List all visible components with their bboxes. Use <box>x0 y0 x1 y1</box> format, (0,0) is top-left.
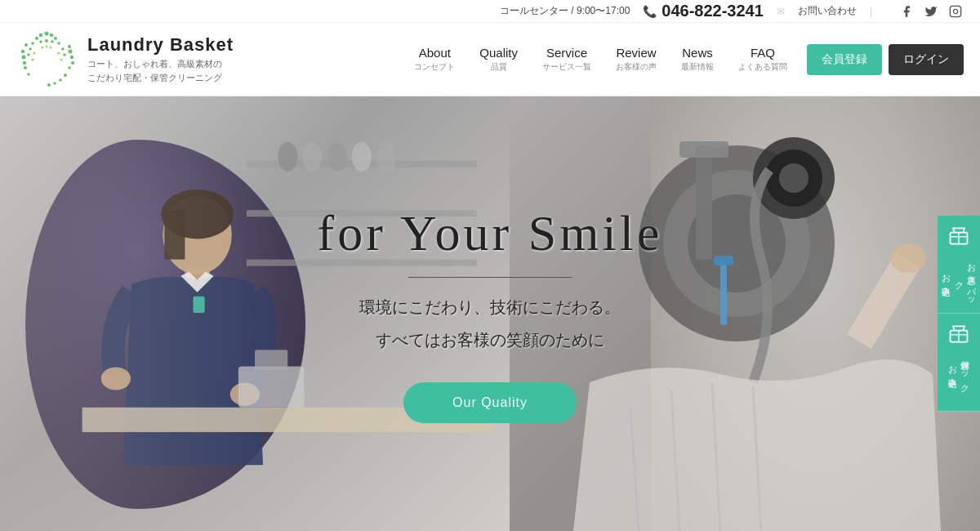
svg-point-12 <box>68 45 71 48</box>
urgent-pack-label: お急ぎパックお申込み <box>940 256 978 305</box>
storage-pack-label: 保管パックお申込み <box>947 354 972 389</box>
svg-point-11 <box>70 56 74 59</box>
svg-point-26 <box>51 40 54 43</box>
register-button[interactable]: 会員登録 <box>807 44 882 75</box>
svg-point-35 <box>58 52 60 55</box>
svg-point-17 <box>53 82 56 85</box>
svg-point-3 <box>45 32 49 36</box>
svg-point-28 <box>61 47 65 51</box>
storage-pack-button[interactable]: 保管パックお申込み <box>938 314 980 412</box>
hero-divider <box>408 277 572 278</box>
nav-review[interactable]: Review お客様の声 <box>604 39 668 79</box>
hero-subtitle-line1: 環境にこだわり、技術にこだわる。 <box>359 292 621 322</box>
hero-content: for Your Smile 環境にこだわり、技術にこだわる。 すべてはお客様の… <box>0 96 980 531</box>
svg-point-8 <box>57 42 60 45</box>
svg-point-33 <box>50 47 52 49</box>
svg-point-15 <box>64 74 67 77</box>
svg-point-13 <box>71 61 74 65</box>
top-bar: コールセンター / 9:00〜17:00 📞 046-822-3241 ✉ お問… <box>0 0 980 23</box>
svg-point-14 <box>68 66 71 69</box>
logo-text: Laundry Basket コート、おしゃれ着、高級素材の こだわり宅配・保管… <box>87 34 234 84</box>
svg-point-23 <box>24 66 27 69</box>
nav-faq[interactable]: FAQ よくある質問 <box>727 39 799 79</box>
svg-point-24 <box>27 73 30 76</box>
svg-point-25 <box>45 39 48 42</box>
svg-point-10 <box>69 50 73 54</box>
instagram-icon[interactable] <box>947 3 964 20</box>
svg-point-9 <box>31 42 34 45</box>
hero-title: for Your Smile <box>318 204 663 262</box>
svg-point-30 <box>29 47 32 51</box>
brand-name: Laundry Basket <box>87 34 234 56</box>
svg-point-2 <box>18 30 75 87</box>
nav-news[interactable]: News 最新情報 <box>670 39 725 79</box>
side-buttons: お急ぎパックお申込み 保管パックお申込み <box>938 216 980 412</box>
svg-point-16 <box>59 78 62 82</box>
svg-point-37 <box>60 59 63 61</box>
svg-point-4 <box>50 33 53 37</box>
divider-1: ✉ <box>777 6 785 17</box>
divider-2: | <box>870 6 872 17</box>
social-icons <box>898 3 964 20</box>
svg-point-38 <box>32 59 34 61</box>
svg-point-21 <box>23 61 26 65</box>
our-quality-button[interactable]: Our Quality <box>403 382 577 423</box>
basket-icon-1 <box>947 224 970 252</box>
svg-point-5 <box>39 33 42 37</box>
main-nav: About コンセプト Quality 品質 Service サービス一覧 Re… <box>403 39 964 79</box>
svg-point-22 <box>24 43 28 47</box>
hero-section: for Your Smile 環境にこだわり、技術にこだわる。 すべてはお客様の… <box>0 96 980 531</box>
svg-point-34 <box>42 47 44 49</box>
call-center-label: コールセンター / 9:00〜17:00 <box>500 4 630 18</box>
urgent-pack-button[interactable]: お急ぎパックお申込み <box>938 216 980 314</box>
hero-subtitle-line2: すべてはお客様の笑顔のために <box>376 325 604 355</box>
svg-point-19 <box>22 56 26 60</box>
brand-tagline: コート、おしゃれ着、高級素材の こだわり宅配・保管クリーニング <box>87 57 234 84</box>
svg-point-31 <box>27 53 30 56</box>
facebook-icon[interactable] <box>898 3 915 20</box>
svg-point-29 <box>63 53 66 56</box>
hero-cta[interactable]: Our Quality <box>403 382 577 423</box>
twitter-icon[interactable] <box>923 3 939 20</box>
nav-about[interactable]: About コンセプト <box>403 39 466 79</box>
basket-icon-2 <box>947 322 970 350</box>
nav-service[interactable]: Service サービス一覧 <box>531 39 603 79</box>
svg-point-27 <box>39 40 42 43</box>
contact-link[interactable]: お問い合わせ <box>798 4 857 18</box>
logo-icon <box>16 29 78 90</box>
logo-area: Laundry Basket コート、おしゃれ着、高級素材の こだわり宅配・保管… <box>16 29 234 90</box>
phone-number[interactable]: 📞 046-822-3241 <box>643 2 764 20</box>
svg-point-20 <box>21 50 24 53</box>
nav-quality[interactable]: Quality 品質 <box>468 39 529 79</box>
svg-point-7 <box>35 37 38 40</box>
header: Laundry Basket コート、おしゃれ着、高級素材の こだわり宅配・保管… <box>0 23 980 96</box>
login-button[interactable]: ログイン <box>889 44 964 75</box>
svg-point-32 <box>46 46 48 48</box>
svg-point-6 <box>54 37 57 40</box>
svg-point-36 <box>33 52 36 55</box>
contact-info: コールセンター / 9:00〜17:00 📞 046-822-3241 ✉ お問… <box>500 2 964 20</box>
svg-rect-0 <box>950 6 960 16</box>
svg-point-18 <box>47 83 51 87</box>
phone-icon: 📞 <box>643 5 657 18</box>
